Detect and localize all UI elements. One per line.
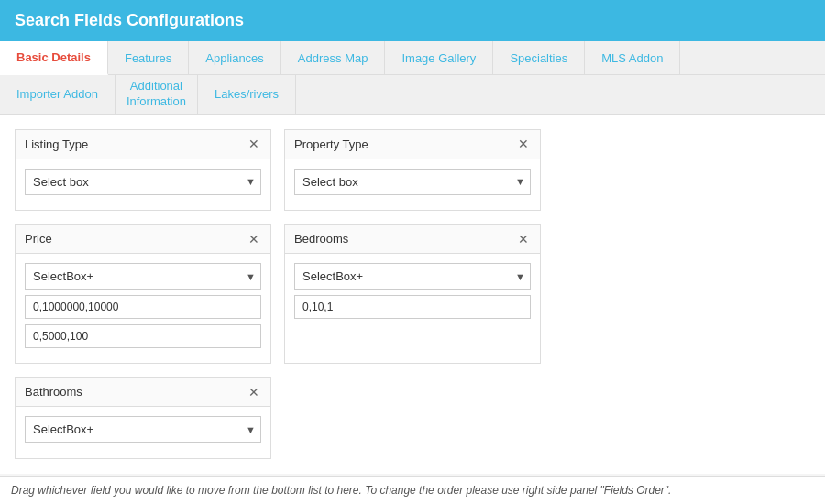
tab-address-map[interactable]: Address Map (281, 41, 386, 74)
bedrooms-select-wrapper: SelectBox+ ▼ (294, 263, 531, 290)
field-card-property-type-header: Property Type ✕ (285, 130, 540, 159)
property-type-select-wrapper: Select box ▼ (294, 169, 531, 195)
bedrooms-range-input[interactable] (294, 295, 531, 319)
field-property-type-title: Property Type (294, 137, 368, 151)
tab-lakes-rivers[interactable]: Lakes/rivers (198, 75, 296, 114)
listing-type-select[interactable]: Select box (25, 169, 261, 195)
field-bathrooms-body: SelectBox+ ▼ (16, 407, 270, 452)
bathrooms-select-wrapper: SelectBox+ ▼ (25, 416, 261, 443)
listing-type-select-wrapper: Select box ▼ (25, 169, 261, 195)
footer-note-text: Drag whichever field you would like to m… (11, 484, 671, 497)
tabs-row2: Importer Addon AdditionalInformation Lak… (0, 75, 825, 115)
close-property-type-button[interactable]: ✕ (516, 137, 531, 150)
tab-image-gallery[interactable]: Image Gallery (385, 41, 493, 74)
tab-additional-information[interactable]: AdditionalInformation (116, 75, 198, 114)
field-bedrooms-title: Bedrooms (294, 232, 348, 246)
tab-basic-details[interactable]: Basic Details (0, 41, 108, 75)
field-card-price: Price ✕ SelectBox+ ▼ (15, 224, 271, 364)
field-card-price-header: Price ✕ (16, 225, 270, 254)
tabs-row1: Basic Details Features Appliances Addres… (0, 41, 825, 75)
tab-mls-addon[interactable]: MLS Addon (585, 41, 680, 74)
tab-appliances[interactable]: Appliances (189, 41, 281, 74)
close-bathrooms-button[interactable]: ✕ (247, 386, 261, 399)
field-bathrooms-title: Bathrooms (25, 385, 82, 399)
field-card-listing-type: Listing Type ✕ Select box ▼ (15, 129, 271, 211)
field-listing-type-body: Select box ▼ (16, 159, 270, 204)
field-property-type-body: Select box ▼ (285, 159, 540, 204)
field-card-bathrooms-header: Bathrooms ✕ (16, 378, 270, 407)
tab-importer-addon[interactable]: Importer Addon (0, 75, 116, 114)
page-title: Search Fields Configurations (15, 11, 244, 29)
price-range-input-2[interactable] (25, 324, 261, 348)
close-listing-type-button[interactable]: ✕ (247, 137, 261, 150)
field-card-listing-type-header: Listing Type ✕ (16, 130, 270, 159)
field-bedrooms-body: SelectBox+ ▼ (285, 254, 540, 328)
empty-cell-1 (554, 129, 810, 211)
tab-features[interactable]: Features (108, 41, 189, 74)
close-price-button[interactable]: ✕ (247, 233, 261, 246)
close-bedrooms-button[interactable]: ✕ (516, 233, 531, 246)
fields-grid: Listing Type ✕ Select box ▼ Property Typ… (0, 115, 825, 474)
field-price-title: Price (25, 232, 52, 246)
field-price-body: SelectBox+ ▼ (16, 254, 270, 357)
footer-note: Drag whichever field you would like to m… (0, 476, 825, 504)
field-listing-type-title: Listing Type (25, 137, 88, 151)
page-header: Search Fields Configurations (0, 0, 825, 41)
price-select-wrapper: SelectBox+ ▼ (25, 263, 261, 290)
field-card-bathrooms: Bathrooms ✕ SelectBox+ ▼ (15, 377, 271, 458)
field-card-property-type: Property Type ✕ Select box ▼ (284, 129, 541, 211)
field-card-bedrooms-header: Bedrooms ✕ (285, 225, 540, 254)
tab-specialties[interactable]: Specialties (493, 41, 585, 74)
price-range-input-1[interactable] (25, 295, 261, 319)
price-select[interactable]: SelectBox+ (25, 263, 261, 290)
empty-cell-2 (554, 224, 810, 364)
property-type-select[interactable]: Select box (294, 169, 531, 195)
bedrooms-select[interactable]: SelectBox+ (294, 263, 531, 290)
bathrooms-select[interactable]: SelectBox+ (25, 416, 261, 443)
field-card-bedrooms: Bedrooms ✕ SelectBox+ ▼ (284, 224, 541, 364)
